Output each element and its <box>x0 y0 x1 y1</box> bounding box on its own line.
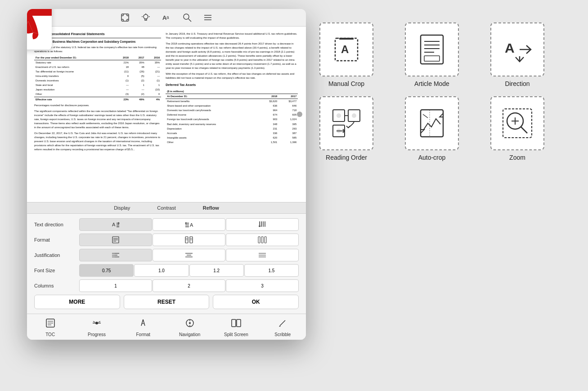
manual-crop-icon: A <box>328 31 364 67</box>
auto-crop-label: Auto-crop <box>418 154 446 161</box>
pdf-paragraph-3: On December 22, 2017, the U.S. Tax Cuts … <box>34 131 161 152</box>
columns-2-btn[interactable]: 2 <box>153 279 225 292</box>
nav-item-format[interactable]: Format <box>125 318 161 337</box>
svg-point-15 <box>184 14 189 19</box>
direction-icon-box: A <box>490 22 544 76</box>
tab-contrast[interactable]: Contrast <box>157 205 176 211</box>
svg-text:A: A <box>505 40 515 55</box>
deferred-title: Deferred Tax Assets <box>166 83 298 87</box>
svg-point-88 <box>337 129 341 133</box>
svg-line-69 <box>280 320 285 326</box>
tab-display[interactable]: Display <box>114 205 130 211</box>
tool-reading-order[interactable]: Reading Order <box>310 96 382 161</box>
toc-icon <box>45 318 56 331</box>
more-button[interactable]: MORE <box>34 295 120 309</box>
justification-options <box>79 249 299 261</box>
text-direction-ltr-btn[interactable]: A <box>79 218 152 231</box>
svg-line-93 <box>521 127 527 133</box>
format-triple-btn[interactable] <box>226 234 299 246</box>
tab-reflow[interactable]: Reflow <box>203 205 219 211</box>
deferred-tax-table: ($ in millions) At December 31:20182017 … <box>166 89 298 144</box>
format-options <box>79 234 299 246</box>
justify-center-btn[interactable] <box>153 249 225 261</box>
columns-1-btn[interactable]: 1 <box>79 279 152 292</box>
pdf-content-area: Notes to Consolidated Financial Statemen… <box>27 27 306 202</box>
text-direction-rtl-btn[interactable]: A <box>153 218 225 231</box>
svg-text:A: A <box>341 43 349 55</box>
text-direction-label: Text direction <box>34 222 79 227</box>
font-size-label: Font Size <box>34 268 79 273</box>
svg-rect-42 <box>258 237 260 243</box>
bottom-navigation: TOC Progress Format Navigation Split Scr… <box>27 314 306 340</box>
format-double-btn[interactable] <box>153 234 225 246</box>
text-aa-icon[interactable]: Aa <box>162 13 171 22</box>
format-nav-icon <box>138 318 148 331</box>
acrobat-logo-icon <box>27 13 40 43</box>
split-screen-icon <box>231 318 242 331</box>
svg-point-59 <box>95 322 98 324</box>
font-size-12-btn[interactable]: 1.2 <box>189 264 244 277</box>
search-icon[interactable] <box>182 13 192 22</box>
columns-options: 1 2 3 <box>79 279 299 292</box>
justify-left-btn[interactable] <box>79 249 152 261</box>
navigation-nav-icon <box>184 318 195 331</box>
svg-rect-73 <box>339 38 354 40</box>
svg-line-61 <box>99 321 100 322</box>
reading-order-label: Reading Order <box>326 154 367 161</box>
svg-text:A: A <box>190 222 193 228</box>
nav-item-toc[interactable]: TOC <box>32 318 68 337</box>
article-mode-icon <box>416 31 448 67</box>
svg-line-60 <box>93 321 95 322</box>
svg-line-16 <box>189 19 191 22</box>
navigation-label: Navigation <box>179 332 200 337</box>
columns-row: Columns 1 2 3 <box>34 279 299 292</box>
scribble-label: Scribble <box>274 332 291 337</box>
scribble-icon <box>277 318 288 331</box>
pdf-paragraph-2: The significant components reflected wit… <box>34 109 161 130</box>
svg-marker-70 <box>279 326 281 327</box>
font-size-10-btn[interactable]: 1.0 <box>134 264 189 277</box>
manual-crop-icon-box: A <box>319 22 373 76</box>
ok-button[interactable]: OK <box>213 295 299 309</box>
columns-3-btn[interactable]: 3 <box>226 279 299 292</box>
text-direction-vertical-btn[interactable] <box>226 218 299 231</box>
zoom-icon-box <box>490 96 544 150</box>
manual-crop-label: Manual Crop <box>328 80 364 87</box>
font-size-15-btn[interactable]: 1.5 <box>244 264 299 277</box>
view-tabs: Display Contrast Reflow <box>27 202 306 214</box>
font-size-075-btn[interactable]: 0.75 <box>79 264 134 277</box>
nav-item-navigation[interactable]: Navigation <box>172 318 208 337</box>
progress-label: Progress <box>88 332 106 337</box>
pdf-app-icon: PDF <box>27 9 65 67</box>
article-mode-label: Article Mode <box>414 80 449 87</box>
nav-item-scribble[interactable]: Scribble <box>265 318 301 337</box>
nav-item-progress[interactable]: Progress <box>79 318 115 337</box>
tool-zoom[interactable]: Zoom <box>481 96 553 161</box>
deferred-section: Deferred Tax Assets ($ in millions) At D… <box>166 83 298 144</box>
crop-icon[interactable] <box>120 13 130 22</box>
format-label-nav: Format <box>136 332 150 337</box>
svg-text:A: A <box>112 222 116 227</box>
svg-rect-43 <box>261 237 263 243</box>
format-single-btn[interactable] <box>79 234 152 246</box>
article-mode-icon-box <box>405 22 459 76</box>
svg-text:a: a <box>166 15 169 20</box>
menu-icon[interactable] <box>203 13 213 22</box>
justification-label: Justification <box>34 252 79 258</box>
svg-rect-44 <box>265 237 266 243</box>
justify-full-btn[interactable] <box>226 249 299 261</box>
nav-item-split-screen[interactable]: Split Screen <box>218 318 254 337</box>
tool-direction[interactable]: A Direction <box>481 22 553 87</box>
tool-auto-crop[interactable]: Auto-crop <box>396 96 468 161</box>
tool-manual-crop[interactable]: A Manual Crop <box>310 22 382 87</box>
split-screen-label: Split Screen <box>224 332 248 337</box>
reflow-panel: Text direction A A Format <box>27 214 306 314</box>
top-toolbar: Aa <box>27 9 306 27</box>
svg-point-86 <box>337 113 341 118</box>
action-buttons: MORE RESET OK <box>34 295 299 309</box>
bulb-icon[interactable] <box>141 13 151 22</box>
toc-label: TOC <box>45 332 55 337</box>
svg-point-64 <box>189 322 191 324</box>
reset-button[interactable]: RESET <box>124 295 210 309</box>
tool-article-mode[interactable]: Article Mode <box>396 22 468 87</box>
